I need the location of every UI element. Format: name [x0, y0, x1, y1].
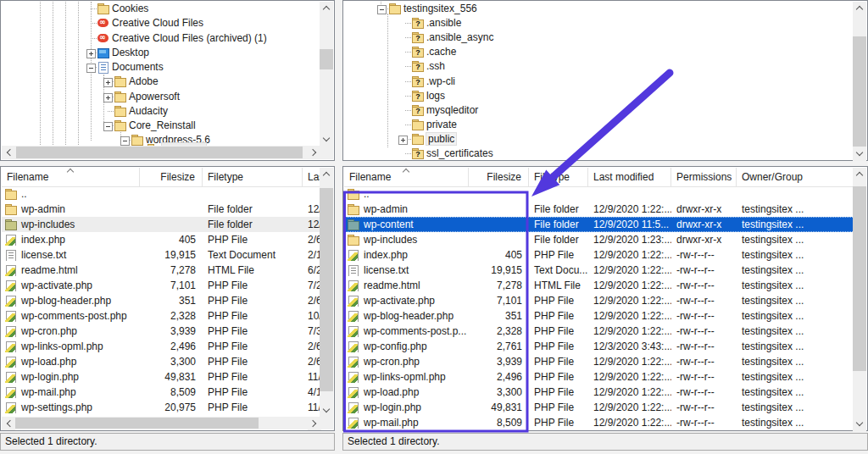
tree-item-wp-cli[interactable]: .wp-cli: [344, 75, 854, 89]
scrollbar-thumb[interactable]: [15, 418, 259, 429]
file-row-readme-html[interactable]: readme.html7,278HTML File12/9/2020 1:22:…: [344, 278, 854, 293]
filename-label: wp-blog-header.php: [21, 295, 111, 307]
expand-icon[interactable]: [103, 93, 113, 102]
file-row-wp-comments-post-php[interactable]: wp-comments-post.php2,328PHP File10/8: [2, 308, 320, 324]
file-row-readme-html[interactable]: readme.html7,278HTML File6/26: [2, 263, 320, 278]
scroll-up-button[interactable]: [853, 2, 866, 15]
remote-tree-vertical-scrollbar[interactable]: [853, 2, 866, 161]
tree-item-ssh[interactable]: .ssh: [344, 59, 854, 74]
local-tree-horizontal-scrollbar[interactable]: [2, 146, 321, 159]
collapse-icon[interactable]: [377, 5, 387, 14]
column-header-filesize[interactable]: Filesize: [469, 168, 529, 186]
file-row-wp-links-opml-php[interactable]: wp-links-opml.php2,496PHP File12/9/2020 …: [344, 369, 854, 385]
column-header-filename[interactable]: Filename: [344, 168, 469, 186]
tree-item-cookies[interactable]: Cookies: [2, 2, 320, 16]
scroll-down-button[interactable]: [320, 133, 333, 147]
tree-item-mysqleditor[interactable]: mysqleditor: [344, 103, 854, 118]
file-row-wp-mail-php[interactable]: wp-mail.php8,509PHP File4/14: [2, 385, 320, 400]
local-tree-vertical-scrollbar[interactable]: [320, 2, 333, 147]
file-row-item[interactable]: ..: [2, 186, 320, 202]
scroll-down-button[interactable]: [853, 418, 866, 431]
file-row-wp-login-php[interactable]: wp-login.php49,831PHP File12/9/2020 1:22…: [344, 400, 854, 415]
local-list-horizontal-scrollbar[interactable]: [2, 417, 321, 429]
tree-item-testingsitex-556[interactable]: testingsitex_556: [344, 2, 854, 16]
file-row-wp-includes[interactable]: wp-includesFile folder12/9: [2, 217, 320, 232]
cell-type: PHP File: [203, 295, 303, 307]
tree-item-apowersoft[interactable]: Apowersoft: [2, 90, 320, 104]
tree-item-core-reinstall[interactable]: Core_Reinstall: [2, 119, 320, 133]
column-header-filetype[interactable]: Filetype: [529, 168, 588, 186]
scrollbar-thumb[interactable]: [853, 186, 866, 371]
tree-item-creative-cloud-files-archived-1[interactable]: Creative Cloud Files (archived) (1): [2, 31, 320, 46]
tree-item-documents[interactable]: Documents: [2, 60, 320, 75]
file-row-index-php[interactable]: index.php405PHP File12/9/2020 1:22:...-r…: [344, 247, 854, 263]
file-row-item[interactable]: ..: [344, 186, 854, 202]
folder-icon: [5, 189, 18, 200]
tree-item-private[interactable]: private: [344, 118, 854, 132]
column-header-permissions[interactable]: Permissions: [671, 168, 737, 186]
scroll-up-button[interactable]: [320, 2, 333, 15]
expand-icon[interactable]: [86, 49, 96, 58]
scrollbar-thumb[interactable]: [16, 147, 303, 158]
file-row-wp-blog-header-php[interactable]: wp-blog-header.php351PHP File12/9/2020 1…: [344, 308, 854, 324]
tree-item-adobe[interactable]: Adobe: [2, 75, 320, 89]
expand-icon[interactable]: [398, 136, 408, 145]
column-header-last-modified[interactable]: Last modified: [588, 168, 671, 186]
file-row-wp-activate-php[interactable]: wp-activate.php7,101PHP File12/9/2020 1:…: [344, 293, 854, 308]
file-row-license-txt[interactable]: license.txt19,915Text Document2/12: [2, 247, 320, 263]
tree-item-cache[interactable]: .cache: [344, 45, 854, 59]
tree-item-audacity[interactable]: Audacity: [2, 104, 320, 119]
scroll-left-button[interactable]: [2, 146, 15, 159]
tree-item-logs[interactable]: logs: [344, 89, 854, 103]
tree-item-ansible-async[interactable]: .ansible_async: [344, 30, 854, 45]
file-row-wp-settings-php[interactable]: wp-settings.php20,975PHP File11/1: [2, 400, 320, 415]
column-header-last[interactable]: Last: [303, 168, 320, 186]
collapse-icon[interactable]: [103, 122, 113, 131]
scrollbar-thumb[interactable]: [320, 49, 333, 69]
remote-file-list: ..wp-adminFile folder12/9/2020 1:22:...d…: [344, 186, 854, 430]
file-row-wp-includes[interactable]: wp-includesFile folder12/9/2020 1:23:...…: [344, 232, 854, 247]
column-header-filesize[interactable]: Filesize: [140, 168, 203, 186]
tree-item-ssl-certificates[interactable]: ssl_certificates: [344, 147, 854, 159]
file-row-wp-mail-php[interactable]: wp-mail.php8,509PHP File12/9/2020 1:22:.…: [344, 415, 854, 430]
column-header-label: Last: [308, 171, 320, 183]
tree-item-label: Apowersoft: [129, 91, 180, 102]
tree-connector: [91, 38, 97, 39]
file-row-wp-content[interactable]: wp-contentFile folder12/9/2020 11:5...dr…: [344, 217, 854, 232]
tree-item-creative-cloud-files[interactable]: Creative Cloud Files: [2, 16, 320, 30]
file-row-license-txt[interactable]: license.txt19,915Text Docu...12/9/2020 1…: [344, 263, 854, 278]
file-row-wp-config-php[interactable]: wp-config.php2,761PHP File12/3/2020 3:43…: [344, 339, 854, 354]
scroll-up-button[interactable]: [853, 168, 866, 181]
file-row-wp-links-opml-php[interactable]: wp-links-opml.php2,496PHP File2/6/: [2, 339, 320, 354]
collapse-icon[interactable]: [86, 64, 96, 73]
scroll-down-button[interactable]: [853, 147, 866, 161]
column-header-owner-group[interactable]: Owner/Group: [737, 168, 854, 186]
remote-list-vertical-scrollbar[interactable]: [853, 168, 866, 431]
tree-item-ansible[interactable]: .ansible: [344, 16, 854, 30]
local-list-vertical-scrollbar[interactable]: [320, 168, 333, 418]
file-row-index-php[interactable]: index.php405PHP File2/6/: [2, 232, 320, 247]
scroll-up-button[interactable]: [320, 168, 333, 181]
file-row-wp-cron-php[interactable]: wp-cron.php3,939PHP File7/30: [2, 324, 320, 339]
cell-type: HTML File: [529, 280, 588, 291]
file-row-wp-comments-post-p[interactable]: wp-comments-post.p...2,328PHP File12/9/2…: [344, 324, 854, 339]
scroll-left-button[interactable]: [2, 417, 15, 430]
column-header-filetype[interactable]: Filetype: [203, 168, 303, 186]
tree-item-desktop[interactable]: Desktop: [2, 46, 320, 60]
expand-icon[interactable]: [103, 78, 113, 87]
scrollbar-thumb[interactable]: [853, 36, 866, 147]
tree-item-public[interactable]: public: [344, 132, 854, 147]
file-row-wp-admin[interactable]: wp-adminFile folder12/9: [2, 202, 320, 217]
file-row-wp-admin[interactable]: wp-adminFile folder12/9/2020 1:22:...drw…: [344, 202, 854, 217]
file-row-wp-blog-header-php[interactable]: wp-blog-header.php351PHP File2/6/: [2, 293, 320, 308]
file-row-wp-login-php[interactable]: wp-login.php49,831PHP File11/9: [2, 369, 320, 385]
cell-name: wp-comments-post.php: [2, 310, 140, 322]
file-row-wp-load-php[interactable]: wp-load.php3,300PHP File2/6/: [2, 354, 320, 369]
file-row-wp-load-php[interactable]: wp-load.php3,300PHP File12/9/2020 1:22:.…: [344, 385, 854, 400]
cell-size: 2,761: [469, 340, 529, 352]
column-header-filename[interactable]: Filename: [2, 168, 140, 186]
filename-label: wp-admin: [364, 203, 408, 215]
file-row-wp-cron-php[interactable]: wp-cron.php3,939PHP File12/9/2020 1:22:.…: [344, 354, 854, 369]
scrollbar-thumb[interactable]: [320, 188, 333, 391]
file-row-wp-activate-php[interactable]: wp-activate.php7,101PHP File7/28: [2, 278, 320, 293]
